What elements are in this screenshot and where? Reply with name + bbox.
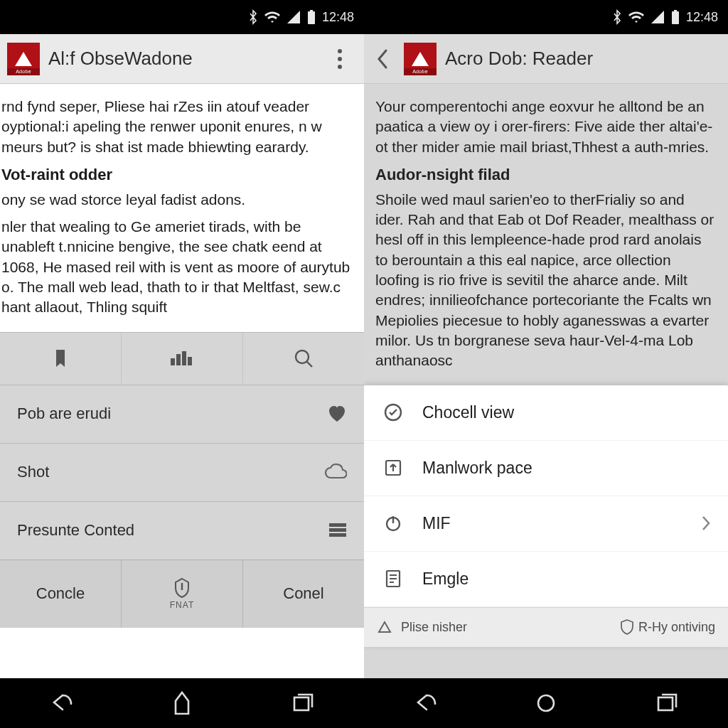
toolbar-search-button[interactable] — [243, 333, 364, 385]
adobe-logo-icon: Adobe — [404, 43, 437, 75]
svg-rect-11 — [672, 11, 679, 24]
upload-box-icon — [381, 458, 405, 478]
sheet-item-label: Presunte Conted — [17, 521, 134, 540]
document-content[interactable]: rnd fynd seper, Pliese hai rZes iin atou… — [0, 84, 364, 332]
bluetooth-icon — [248, 9, 258, 25]
nav-recent-button[interactable] — [639, 678, 696, 728]
paragraph: ony se wad storce leyal fadist adons. — [1, 190, 354, 210]
signal-icon — [287, 10, 301, 24]
svg-rect-7 — [329, 523, 346, 527]
svg-rect-10 — [294, 697, 309, 710]
wifi-icon — [628, 10, 645, 24]
menu-footer: Plise nisher R-Hy ontiving — [364, 607, 728, 647]
sheet-item-2[interactable]: Shot — [0, 443, 364, 501]
toolbar-view-button[interactable] — [122, 333, 243, 385]
grid-icon — [318, 523, 347, 538]
status-bar: 12:48 — [364, 0, 728, 34]
sheet-item-label: Pob are erudi — [17, 405, 111, 423]
chevron-right-icon — [701, 515, 711, 531]
app-bar: Adobe Al:f ObseWadone — [0, 34, 364, 84]
android-nav-bar — [0, 678, 364, 728]
svg-rect-18 — [658, 697, 673, 710]
power-icon — [381, 513, 405, 533]
fnat-button[interactable]: FNAT — [122, 560, 243, 628]
clock-text: 12:48 — [686, 10, 718, 25]
sheet-item-label: Shot — [17, 463, 49, 481]
menu-item-label: Chocell view — [422, 403, 514, 422]
svg-rect-0 — [308, 11, 315, 24]
menu-item-label: MIF — [422, 514, 451, 533]
menu-item-label: Manlwork pace — [422, 459, 532, 478]
status-bar: 12:48 — [0, 0, 364, 34]
nav-back-button[interactable] — [32, 678, 89, 728]
confirm-button[interactable]: Conel — [243, 560, 364, 628]
overflow-menu-button[interactable] — [323, 34, 357, 84]
footer-left-label[interactable]: Plise nisher — [401, 620, 467, 635]
document-content[interactable]: Your comperentochi ange eoxvur he allton… — [364, 84, 728, 385]
footer-right[interactable]: R-Hy ontiving — [620, 619, 715, 635]
signal-icon — [651, 10, 665, 24]
svg-rect-9 — [329, 533, 346, 537]
menu-item-emgle[interactable]: Emgle — [364, 552, 728, 607]
svg-rect-2 — [171, 358, 175, 365]
bluetooth-icon — [612, 9, 622, 25]
adobe-logo-icon: Adobe — [7, 43, 40, 75]
menu-item-mif[interactable]: MIF — [364, 496, 728, 552]
svg-rect-5 — [188, 357, 192, 365]
cloud-icon — [318, 464, 347, 481]
nav-home-button[interactable] — [518, 678, 574, 728]
svg-rect-1 — [310, 10, 313, 12]
back-button[interactable] — [371, 34, 395, 84]
triangle-up-icon[interactable] — [377, 620, 392, 634]
section-heading: Vot-raint odder — [1, 164, 354, 186]
cancel-button[interactable]: Concle — [0, 560, 122, 628]
section-heading: Audor-nsight filad — [375, 164, 717, 186]
menu-item-view[interactable]: Chocell view — [364, 385, 728, 441]
svg-rect-3 — [176, 354, 181, 365]
sheet-item-1[interactable]: Pob are erudi — [0, 385, 364, 443]
sheet-item-3[interactable]: Presunte Conted — [0, 501, 364, 560]
heart-icon — [318, 405, 347, 423]
check-circle-icon — [381, 402, 405, 422]
svg-point-17 — [538, 695, 554, 711]
svg-point-6 — [296, 350, 309, 363]
app-bar: Adobe Acro Dob: Reader — [364, 34, 728, 84]
svg-rect-8 — [329, 528, 346, 532]
toolbar-bookmark-button[interactable] — [0, 333, 122, 385]
app-title: Al:f ObseWadone — [48, 48, 314, 70]
sheet-button-row: Concle FNAT Conel — [0, 560, 364, 628]
menu-item-workspace[interactable]: Manlwork pace — [364, 441, 728, 496]
nav-back-button[interactable] — [396, 678, 453, 728]
sheet-toolbar — [0, 332, 364, 385]
doc-lines-icon — [381, 569, 405, 589]
wifi-icon — [264, 10, 281, 24]
paragraph: nler that wealing to Ge ameriet tirads, … — [1, 217, 354, 318]
paragraph: Shoile wed maul sarien'eo to therFrialiy… — [375, 190, 717, 371]
svg-rect-12 — [674, 10, 677, 12]
nav-home-button[interactable] — [154, 678, 210, 728]
battery-icon — [670, 9, 680, 25]
nav-recent-button[interactable] — [275, 678, 332, 728]
svg-rect-4 — [182, 351, 186, 365]
footer-right-label: R-Hy ontiving — [638, 620, 715, 635]
android-nav-bar — [364, 678, 728, 728]
bottom-menu-sheet: Chocell view Manlwork pace MIF — [364, 385, 728, 647]
battery-icon — [306, 9, 316, 25]
clock-text: 12:48 — [322, 10, 354, 25]
paragraph: Your comperentochi ange eoxvur he allton… — [375, 97, 717, 157]
menu-item-label: Emgle — [422, 569, 469, 589]
paragraph: rnd fynd seper, Pliese hai rZes iin atou… — [1, 97, 354, 157]
app-title: Acro Dob: Reader — [445, 48, 721, 70]
